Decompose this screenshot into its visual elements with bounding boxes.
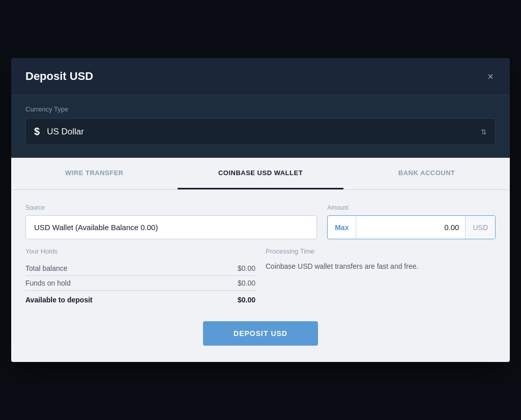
tabs-container: WIRE TRANSFER COINBASE USD WALLET BANK A… xyxy=(11,158,510,190)
amount-group: Amount Max USD xyxy=(327,204,496,239)
amount-input-wrapper: Max USD xyxy=(327,215,496,239)
tab-wire-transfer[interactable]: WIRE TRANSFER xyxy=(11,158,178,189)
funds-on-hold-label: Funds on hold xyxy=(25,279,71,287)
processing-section: Processing Time Coinbase USD wallet tran… xyxy=(266,247,496,307)
modal-backdrop: Deposit USD × Currency Type $ US Dollar … xyxy=(0,0,521,420)
currency-section: Currency Type $ US Dollar ⇅ xyxy=(11,95,510,158)
currency-label: Currency Type xyxy=(25,105,496,113)
select-arrows-icon: ⇅ xyxy=(481,128,487,136)
deposit-btn-wrapper: DEPOSIT USD xyxy=(25,321,496,346)
total-balance-line: Total balance $0.00 xyxy=(25,261,255,276)
holds-section: Your Holds Total balance $0.00 Funds on … xyxy=(25,247,255,307)
source-label: Source xyxy=(25,204,317,211)
source-group: Source xyxy=(25,204,317,239)
funds-on-hold-value: $0.00 xyxy=(238,279,255,287)
currency-suffix: USD xyxy=(465,216,495,239)
processing-heading: Processing Time xyxy=(266,247,496,255)
modal-body: WIRE TRANSFER COINBASE USD WALLET BANK A… xyxy=(11,158,510,362)
deposit-modal: Deposit USD × Currency Type $ US Dollar … xyxy=(11,58,510,362)
form-area: Source Amount Max USD xyxy=(11,190,510,362)
source-input[interactable] xyxy=(25,215,317,239)
max-button[interactable]: Max xyxy=(328,216,356,239)
dollar-icon: $ xyxy=(34,126,40,137)
currency-select-left: $ US Dollar xyxy=(34,126,84,137)
close-button[interactable]: × xyxy=(485,69,496,83)
modal-header: Deposit USD × xyxy=(11,58,510,95)
currency-name: US Dollar xyxy=(47,127,84,137)
tab-coinbase-usd-wallet[interactable]: COINBASE USD WALLET xyxy=(178,158,344,189)
modal-title: Deposit USD xyxy=(25,70,93,83)
tab-bank-account[interactable]: BANK ACCOUNT xyxy=(343,158,510,189)
amount-label: Amount xyxy=(327,204,496,211)
deposit-usd-button[interactable]: DEPOSIT USD xyxy=(203,321,318,346)
available-value: $0.00 xyxy=(238,296,255,304)
source-amount-row: Source Amount Max USD xyxy=(25,204,496,239)
holds-heading: Your Holds xyxy=(25,247,255,255)
total-balance-label: Total balance xyxy=(25,264,68,272)
processing-description: Coinbase USD wallet transfers are fast a… xyxy=(266,261,496,272)
funds-on-hold-line: Funds on hold $0.00 xyxy=(25,276,255,291)
available-to-deposit-line: Available to deposit $0.00 xyxy=(25,293,255,307)
total-balance-value: $0.00 xyxy=(238,264,255,272)
currency-select[interactable]: $ US Dollar ⇅ xyxy=(25,118,496,145)
available-label: Available to deposit xyxy=(25,296,93,304)
amount-input[interactable] xyxy=(356,216,465,239)
info-row: Your Holds Total balance $0.00 Funds on … xyxy=(25,247,496,307)
